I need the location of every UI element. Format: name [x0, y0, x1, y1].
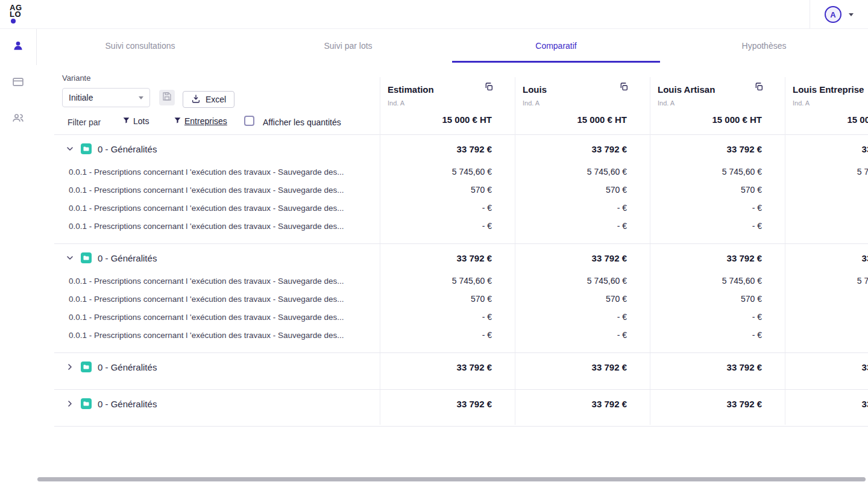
detail-label: 0.0.1 - Prescriptions concernant l 'exéc…	[54, 331, 380, 340]
save-icon	[162, 92, 172, 104]
avatar[interactable]: A	[825, 6, 841, 23]
top-bar: AG LO A	[0, 0, 868, 29]
users-icon	[12, 112, 24, 127]
filter-lots-button[interactable]: Lots	[122, 116, 149, 126]
filter-par-label: Filter par	[68, 117, 101, 127]
detail-label: 0.0.1 - Prescriptions concernant l 'exéc…	[54, 313, 380, 322]
group-row: 0 - Généralités33 792 €33 792 €33 792 €3…	[54, 135, 868, 163]
sidebar-item-profile[interactable]	[0, 29, 36, 65]
filter-entreprises-button[interactable]: Entreprises	[174, 116, 227, 126]
group-total: 33 792 €	[380, 253, 515, 263]
group-label-cell: 0 - Généralités	[54, 252, 380, 263]
sidebar	[0, 29, 36, 482]
column-header-louis-artisan: Louis Artisan Ind. A 15 000 € HT	[650, 77, 785, 134]
detail-value: 5 745,60 €	[650, 276, 785, 286]
tab-comparatif[interactable]: Comparatif	[452, 29, 660, 63]
detail-value: - €	[380, 312, 515, 322]
sidebar-item-team[interactable]	[0, 101, 36, 137]
detail-value: 570 €	[380, 294, 515, 304]
detail-row: 0.0.1 - Prescriptions concernant l 'exéc…	[54, 326, 868, 344]
detail-row: 0.0.1 - Prescriptions concernant l 'exéc…	[54, 163, 868, 181]
column-name: Louis Artisan	[658, 84, 785, 95]
detail-label: 0.0.1 - Prescriptions concernant l 'exéc…	[54, 186, 380, 195]
column-indice: Ind. A	[658, 99, 785, 107]
aglo-logo[interactable]: AG LO	[10, 4, 22, 24]
variante-select[interactable]: Initiale	[62, 88, 150, 107]
detail-value: 570 €	[515, 294, 650, 304]
column-header-louis-entreprise: Louis Entreprise Ind. A 15 000 € HT	[785, 77, 868, 134]
filter-entreprises-label: Entreprises	[184, 116, 227, 126]
group-label-cell: 0 - Généralités	[54, 398, 380, 409]
logo-line-2: LO	[10, 11, 22, 24]
detail-row: 0.0.1 - Prescriptions concernant l 'exéc…	[54, 272, 868, 290]
group-label: 0 - Généralités	[98, 144, 157, 154]
detail-value: - €	[650, 203, 785, 213]
save-button[interactable]	[159, 90, 175, 105]
horizontal-scrollbar-thumb[interactable]	[37, 477, 866, 481]
column-indice: Ind. A	[793, 99, 868, 107]
excel-export-button[interactable]: Excel	[183, 91, 234, 108]
detail-value: - €	[380, 203, 515, 213]
group-label-cell: 0 - Généralités	[54, 143, 380, 154]
detail-value: 5 745,60 €	[785, 276, 868, 286]
detail-value: 570 €	[515, 185, 650, 195]
export-pdf-icon[interactable]	[619, 82, 629, 94]
detail-value: 5 745,60 €	[785, 167, 868, 177]
detail-value: 5 745,60 €	[515, 167, 650, 177]
group-total: 33 792 €	[515, 144, 650, 154]
person-icon	[12, 40, 24, 54]
group-total: 33 792 €	[515, 362, 650, 372]
tab-label: Suivi consultations	[105, 41, 175, 51]
group-row: 0 - Généralités33 792 €33 792 €33 792 €3…	[54, 244, 868, 272]
group-total: 33 792 €	[650, 144, 785, 154]
credit-card-icon	[12, 76, 24, 90]
chevron-right-icon[interactable]	[65, 362, 75, 372]
export-pdf-icon[interactable]	[754, 82, 764, 94]
column-name: Louis Entreprise	[793, 84, 868, 95]
show-quantities-checkbox[interactable]	[244, 116, 254, 126]
excel-label: Excel	[206, 95, 226, 104]
group-row: 0 - Généralités33 792 €33 792 €33 792 €3…	[54, 390, 868, 418]
detail-row: 0.0.1 - Prescriptions concernant l 'exéc…	[54, 290, 868, 308]
group-total: 33 792 €	[650, 362, 785, 372]
group-total: 33 792 €	[785, 399, 868, 409]
detail-row: 0.0.1 - Prescriptions concernant l 'exéc…	[54, 217, 868, 235]
group-label: 0 - Généralités	[98, 253, 157, 263]
detail-row: 0.0.1 - Prescriptions concernant l 'exéc…	[54, 181, 868, 199]
detail-value: 570 €	[380, 185, 515, 195]
detail-label: 0.0.1 - Prescriptions concernant l 'exéc…	[54, 222, 380, 231]
detail-value: - €	[785, 221, 868, 231]
tab-suivi-par-lots[interactable]: Suivi par lots	[244, 29, 452, 63]
detail-value: 5 745,60 €	[515, 276, 650, 286]
group-row: 0 - Généralités33 792 €33 792 €33 792 €3…	[54, 353, 868, 381]
column-total: 15 000 € HT	[577, 114, 627, 125]
column-header-louis: Louis Ind. A 15 000 € HT	[515, 77, 650, 134]
group-label-cell: 0 - Généralités	[54, 362, 380, 372]
group-label: 0 - Généralités	[98, 362, 157, 372]
detail-label: 0.0.1 - Prescriptions concernant l 'exéc…	[54, 295, 380, 304]
group-total: 33 792 €	[515, 399, 650, 409]
chevron-down-icon[interactable]	[65, 253, 75, 263]
chevron-right-icon[interactable]	[65, 399, 75, 408]
variante-selected-value: Initiale	[69, 93, 93, 102]
detail-row: 0.0.1 - Prescriptions concernant l 'exéc…	[54, 308, 868, 326]
group-label: 0 - Généralités	[98, 399, 157, 409]
account-menu-caret-icon[interactable]	[849, 13, 854, 16]
tab-hypotheses[interactable]: Hypothèses	[660, 29, 868, 63]
group-section: 0 - Généralités33 792 €33 792 €33 792 €3…	[54, 353, 868, 390]
detail-label: 0.0.1 - Prescriptions concernant l 'exéc…	[54, 277, 380, 286]
sidebar-item-billing[interactable]	[0, 65, 36, 101]
group-total: 33 792 €	[515, 253, 650, 263]
column-name: Estimation	[388, 84, 515, 95]
group-total: 33 792 €	[785, 253, 868, 263]
chevron-down-icon[interactable]	[65, 144, 75, 154]
tab-suivi-consultations[interactable]: Suivi consultations	[36, 29, 244, 63]
main-content: Suivi consultations Suivi par lots Compa…	[36, 29, 868, 482]
tab-label: Suivi par lots	[324, 41, 372, 51]
horizontal-scrollbar-track	[36, 477, 868, 482]
detail-label: 0.0.1 - Prescriptions concernant l 'exéc…	[54, 167, 380, 177]
download-icon	[191, 94, 201, 105]
table-body: 0 - Généralités33 792 €33 792 €33 792 €3…	[54, 135, 868, 427]
column-total: 15 000 € HT	[712, 114, 762, 125]
export-pdf-icon[interactable]	[484, 82, 494, 94]
